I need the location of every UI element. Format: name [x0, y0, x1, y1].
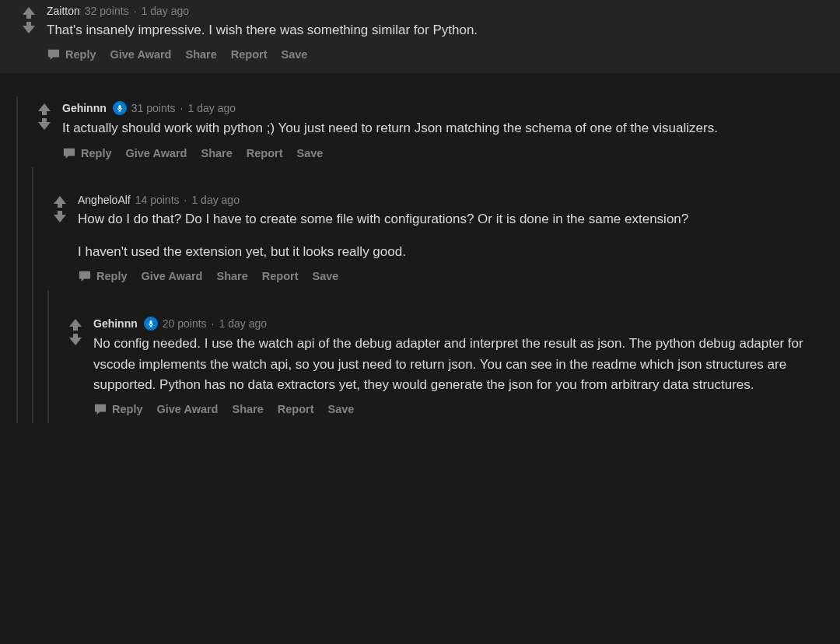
reply-button[interactable]: Reply [78, 270, 128, 282]
comment: Gehinnn 31 points · 1 day ago It actuall… [0, 96, 840, 166]
upvote-icon[interactable] [66, 317, 85, 332]
comment: Gehinnn 20 points · 1 day ago No config … [0, 312, 840, 423]
svg-rect-0 [118, 105, 121, 109]
age-label: 1 day ago [142, 5, 190, 17]
comment-content: Zaitton 32 points · 1 day ago That's ins… [40, 0, 840, 73]
age-label: 1 day ago [191, 194, 240, 206]
meta-separator: · [134, 5, 137, 17]
speech-bubble-icon [93, 403, 107, 415]
meta-separator: · [212, 317, 215, 330]
give-award-button[interactable]: Give Award [110, 48, 172, 61]
comment: Zaitton 32 points · 1 day ago That's ins… [0, 0, 840, 73]
reply-button[interactable]: Reply [62, 147, 112, 159]
meta-separator: · [184, 194, 187, 206]
points-label: 14 points [135, 194, 180, 206]
share-button[interactable]: Share [216, 270, 247, 282]
share-button[interactable]: Share [185, 48, 216, 61]
vote-column [17, 0, 40, 73]
report-button[interactable]: Report [262, 270, 299, 282]
give-award-button[interactable]: Give Award [157, 403, 219, 415]
share-button[interactable]: Share [232, 403, 263, 415]
thread-indent [9, 96, 25, 166]
save-button[interactable]: Save [297, 147, 324, 159]
comment-actions: Reply Give Award Share Report Save [47, 48, 826, 61]
thread-indent [9, 312, 56, 423]
downvote-icon[interactable] [35, 117, 54, 132]
meta-separator: · [180, 102, 184, 114]
thread-line[interactable] [40, 290, 56, 312]
comment-content: AngheloAlf 14 points · 1 day ago How do … [72, 189, 840, 291]
comment-actions: Reply Give Award Share Report Save [93, 403, 826, 415]
thread-indent [9, 189, 40, 291]
comment-actions: Reply Give Award Share Report Save [62, 147, 826, 159]
thread-line[interactable] [9, 167, 25, 189]
points-label: 20 points [163, 317, 207, 330]
points-label: 32 points [85, 5, 129, 17]
save-button[interactable]: Save [328, 403, 355, 415]
age-label: 1 day ago [188, 102, 236, 114]
report-button[interactable]: Report [247, 147, 283, 159]
op-badge-icon [113, 101, 127, 115]
op-badge-icon [144, 317, 158, 331]
report-button[interactable]: Report [231, 48, 268, 61]
thread-line[interactable] [25, 167, 40, 189]
speech-bubble-icon [78, 270, 92, 282]
comment-paragraph: It actually should work with python ;) Y… [62, 118, 826, 138]
thread-line[interactable] [9, 96, 25, 166]
vote-column [33, 96, 56, 166]
thread-spacer [0, 167, 840, 189]
age-label: 1 day ago [219, 317, 268, 330]
reply-label: Reply [112, 403, 143, 415]
thread-line[interactable] [25, 312, 40, 423]
downvote-icon[interactable] [66, 332, 85, 348]
upvote-icon[interactable] [19, 5, 38, 20]
upvote-icon[interactable] [35, 101, 54, 117]
thread-line[interactable] [25, 290, 40, 312]
thread-line[interactable] [25, 189, 40, 291]
comment-content: Gehinnn 20 points · 1 day ago No config … [87, 312, 840, 423]
comment-actions: Reply Give Award Share Report Save [78, 270, 826, 282]
comment-paragraph: I haven't used the extension yet, but it… [78, 242, 826, 262]
author-link[interactable]: AngheloAlf [78, 194, 131, 206]
report-button[interactable]: Report [278, 403, 314, 415]
downvote-icon[interactable] [19, 20, 38, 36]
svg-rect-1 [149, 320, 152, 324]
share-button[interactable]: Share [201, 147, 232, 159]
thread-line[interactable] [9, 189, 25, 291]
author-link[interactable]: Gehinnn [93, 317, 138, 330]
thread-line[interactable] [40, 312, 56, 423]
give-award-button[interactable]: Give Award [126, 147, 187, 159]
upvote-icon[interactable] [51, 194, 69, 209]
comment-paragraph: That's insanely impressive. I wish there… [47, 20, 826, 40]
reply-label: Reply [65, 48, 96, 61]
downvote-icon[interactable] [51, 209, 69, 225]
vote-column [48, 189, 72, 291]
give-award-button[interactable]: Give Award [142, 270, 203, 282]
thread-line[interactable] [9, 290, 25, 312]
reply-button[interactable]: Reply [93, 403, 143, 415]
reply-label: Reply [96, 270, 128, 282]
thread-spacer [0, 290, 840, 312]
author-link[interactable]: Gehinnn [62, 102, 107, 114]
save-button[interactable]: Save [313, 270, 339, 282]
save-button[interactable]: Save [282, 48, 308, 61]
reply-button[interactable]: Reply [47, 48, 96, 61]
comment-meta: Gehinnn 31 points · 1 day ago [62, 101, 826, 115]
vote-column [64, 312, 87, 423]
comment-meta: Zaitton 32 points · 1 day ago [47, 5, 826, 17]
comment: AngheloAlf 14 points · 1 day ago How do … [0, 189, 840, 291]
comment-body: That's insanely impressive. I wish there… [47, 20, 826, 40]
comment-paragraph: No config needed. I use the watch api of… [93, 334, 826, 395]
comment-content: Gehinnn 31 points · 1 day ago It actuall… [56, 96, 840, 166]
comment-body: How do I do that? Do I have to create so… [78, 209, 826, 263]
comment-paragraph: How do I do that? Do I have to create so… [78, 209, 826, 229]
speech-bubble-icon [47, 48, 61, 61]
comment-meta: AngheloAlf 14 points · 1 day ago [78, 194, 826, 206]
author-link[interactable]: Zaitton [47, 5, 80, 17]
comment-thread: Zaitton 32 points · 1 day ago That's ins… [0, 0, 840, 439]
reply-label: Reply [81, 147, 112, 159]
comment-meta: Gehinnn 20 points · 1 day ago [93, 317, 826, 331]
comment-body: It actually should work with python ;) Y… [62, 118, 826, 138]
points-label: 31 points [131, 102, 176, 114]
thread-line[interactable] [9, 312, 25, 423]
